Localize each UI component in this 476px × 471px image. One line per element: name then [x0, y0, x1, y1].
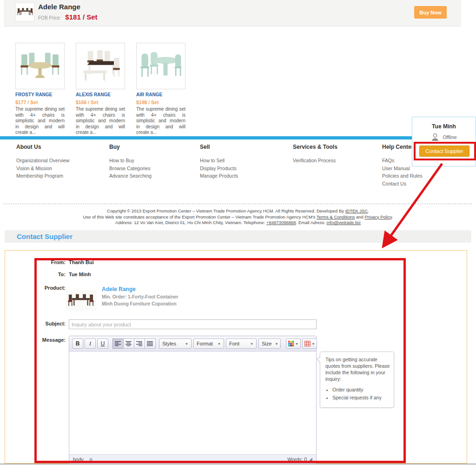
adele-dining-set-image — [67, 291, 95, 311]
message-editor: B I U Styles▼ Format▼ Font — [69, 336, 317, 464]
subject-label: Subject: — [24, 321, 66, 326]
form-product-image — [66, 290, 96, 311]
align-justify-button[interactable] — [145, 338, 156, 349]
copyright-text: . Email Adress: — [296, 220, 327, 225]
product-label: Product: — [24, 285, 66, 291]
to-label: To: — [24, 272, 66, 277]
related-product-description: The supreme dining set with 4+ chairs is… — [15, 106, 65, 136]
tips-bubble: Tips on getting accurate quotes from sup… — [320, 352, 394, 408]
size-dropdown-label: Size — [262, 341, 271, 346]
align-left-icon — [115, 341, 121, 346]
chevron-down-icon: ▼ — [250, 342, 253, 345]
related-product-title[interactable]: AIR RANGE — [136, 92, 185, 97]
italic-button[interactable]: I — [85, 338, 96, 349]
footer-link[interactable]: Verification Process — [293, 158, 337, 163]
copyright-block: Copyright © 2013 Export Promotion Center… — [0, 208, 476, 226]
footer-link[interactable]: Manage Products — [200, 173, 238, 179]
bold-label: B — [76, 340, 80, 347]
italic-label: I — [89, 340, 91, 347]
page-title: Contact Supplier — [17, 232, 73, 240]
chevron-down-icon: ▼ — [295, 342, 298, 345]
element-path-p[interactable]: p — [90, 457, 93, 462]
contact-supplier-button[interactable]: Contact Supplier — [419, 146, 469, 157]
table-grid-icon — [304, 341, 311, 346]
subject-input[interactable] — [69, 319, 317, 329]
element-path-body[interactable]: body — [73, 457, 84, 462]
footer-column-services-tools: Services & Tools Verification Process — [293, 144, 337, 166]
footer-link[interactable]: Advance Searching — [109, 173, 152, 179]
blue-divider — [0, 136, 476, 139]
contact-supplier-form: From: Thanh Bui To: Tue Minh Product: Ad… — [5, 250, 467, 464]
related-product-image[interactable] — [136, 43, 185, 89]
background-color-button[interactable]: ▼ — [302, 338, 317, 349]
align-right-icon — [136, 341, 143, 346]
footer-link[interactable]: Browse Categories — [109, 166, 152, 171]
form-product-name-link[interactable]: Adele Range — [102, 286, 136, 292]
editor-toolbar: B I U Styles▼ Format▼ Font — [69, 336, 316, 352]
word-count-label: Words: 0 — [287, 457, 307, 462]
bold-button[interactable]: B — [72, 338, 83, 349]
footer-column-sell: Sell How to Sell Display Products Manage… — [200, 144, 238, 181]
size-dropdown[interactable]: Size▼ — [258, 338, 281, 349]
copyright-text: Copyright © 2013 Export Promotion Center… — [107, 208, 345, 213]
align-center-button[interactable] — [123, 338, 134, 349]
footer-link[interactable]: Contact Us — [382, 181, 422, 186]
product-thumbnail[interactable] — [15, 3, 34, 21]
terms-conditions-link[interactable]: Terms & Conditions — [317, 214, 355, 219]
word-count: Words: 0 — [287, 457, 312, 462]
privacy-policy-link[interactable]: Privacy Policy — [364, 214, 391, 219]
email-link[interactable]: info@vietrade.biz — [327, 220, 361, 225]
styles-dropdown[interactable]: Styles▼ — [159, 338, 192, 349]
message-editor-area[interactable] — [69, 352, 316, 454]
footer-link[interactable]: Membership Program — [16, 173, 69, 179]
footer-link[interactable]: Policies and Rules — [382, 173, 422, 179]
supplier-status: Offline — [443, 134, 456, 140]
resize-grip[interactable] — [309, 458, 312, 461]
tips-text: Tips on getting accurate quotes from sup… — [325, 356, 390, 382]
color-grid-icon — [288, 341, 294, 346]
to-value: Tue Minh — [69, 272, 91, 277]
copyright-line-2: Use of this Web site constitutes accepta… — [0, 214, 476, 220]
related-product-title[interactable]: FROSTY RANGE — [15, 92, 65, 97]
tips-item: Special requests if any — [332, 394, 390, 401]
related-product-image[interactable] — [15, 43, 65, 89]
footer-link[interactable]: How to Sell — [200, 158, 238, 163]
chevron-down-icon: ▼ — [218, 342, 221, 345]
alexis-dining-set-image — [78, 46, 123, 86]
telephone-link[interactable]: +84873096868 — [266, 220, 296, 225]
text-color-button[interactable]: ▼ — [286, 338, 301, 349]
font-dropdown[interactable]: Font▼ — [226, 338, 257, 349]
copyright-text: . — [392, 214, 393, 219]
copyright-text: Use of this Web site constitutes accepta… — [83, 214, 317, 219]
related-product-description: The supreme dining set with 4+ chairs is… — [136, 106, 185, 136]
footer-column-about-us: About Us Organizational Overview Vision … — [16, 144, 69, 181]
chevron-down-icon: ▼ — [275, 342, 278, 345]
copyright-text: Address: 12 Vo Van Kiet, District 01, Ho… — [115, 220, 266, 225]
adele-dining-set-image — [17, 5, 33, 19]
idtek-link[interactable]: IDTEK JSC — [345, 208, 368, 213]
tips-item: Order quantity — [332, 386, 390, 393]
related-product-title[interactable]: ALEXIS RANGE — [76, 92, 125, 97]
fob-price-value: $181 / Set — [65, 13, 97, 21]
buy-now-button[interactable]: Buy Now — [414, 6, 447, 19]
align-left-button[interactable] — [112, 338, 124, 349]
related-product-card: AIR RANGE $198 / Set The supreme dining … — [136, 43, 185, 136]
page: Adele Range FOB Price: $181 / Set Buy No… — [0, 0, 476, 471]
page-bottom-border — [0, 464, 476, 464]
supplier-status-row: Offline — [412, 133, 476, 141]
format-dropdown[interactable]: Format▼ — [193, 338, 224, 349]
footer-link[interactable]: Display Products — [200, 166, 238, 171]
supplier-card: Tue Minh Offline Contact Supplier — [412, 117, 476, 166]
footer-link[interactable]: How to Buy — [109, 158, 152, 163]
underline-button[interactable]: U — [97, 338, 108, 349]
footer-link[interactable]: Vision & Mission — [16, 166, 69, 171]
footer-link[interactable]: Organizational Overview — [16, 158, 69, 163]
related-product-image[interactable] — [76, 43, 125, 89]
element-path: body p — [73, 457, 97, 462]
contact-supplier-header-bar: Contact Supplier — [5, 230, 471, 243]
footer-column-heading: Sell — [200, 144, 238, 150]
styles-dropdown-label: Styles — [162, 341, 176, 346]
align-right-button[interactable] — [134, 338, 145, 349]
product-summary-bar: Adele Range FOB Price: $181 / Set Buy No… — [4, 0, 461, 27]
chevron-down-icon: ▼ — [185, 342, 188, 345]
